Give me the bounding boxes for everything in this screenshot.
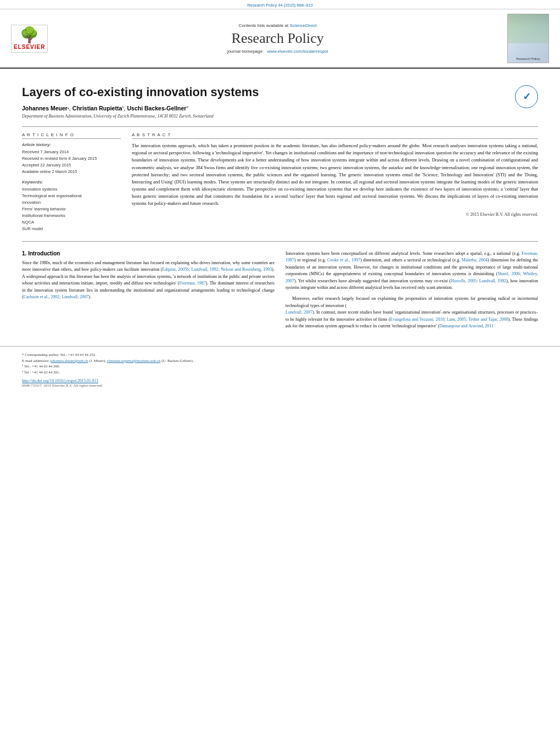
article-info-column: A R T I C L E I N F O Article history: R… xyxy=(22,132,121,232)
journal-reference: Research Policy 44 (2015) 888–910 xyxy=(247,3,313,8)
intro-number: 1. xyxy=(22,250,26,256)
received-revised-date: Received in revised form 8 January 2015 xyxy=(22,155,121,162)
keywords-label: Keywords: xyxy=(22,180,121,185)
intro-right-paragraph-1: Innovation systems have been conceptuali… xyxy=(285,250,538,291)
cover-label: Research Policy xyxy=(516,57,540,60)
email-addresses: E-mail addresses: johannes.meuer@uzh.ch … xyxy=(22,358,538,364)
authors-line: Johannes Meuer*, Christian Rupietta1, Us… xyxy=(22,105,538,111)
intro-right-paragraph-2: Moreover, earlier research largely focus… xyxy=(285,295,538,330)
doi-link[interactable]: http://dx.doi.org/10.1016/j.respol.2015.… xyxy=(22,378,98,383)
author-rupietta: Christian Rupietta xyxy=(72,105,122,111)
accepted-date: Accepted 22 January 2015 xyxy=(22,162,121,169)
article-info-abstract-section: A R T I C L E I N F O Article history: R… xyxy=(22,126,538,232)
article-content: ✓ Layers of co-existing innovation syste… xyxy=(0,69,560,341)
intro-left-column: 1. Introduction Since the 1980s, much of… xyxy=(22,250,275,330)
ref-lundvall2007: Lundvall, 2007 xyxy=(285,310,312,315)
intro-left-paragraph-1: Since the 1980s, much of the economics a… xyxy=(22,260,275,300)
ref-malerba: Malerba, 2004 xyxy=(462,258,488,263)
ref-damanpour: Damanpour and Aravind, 2011 xyxy=(439,323,494,328)
intro-section-title: 1. Introduction xyxy=(22,250,275,256)
homepage-link[interactable]: www.elsevier.com/locate/respol xyxy=(267,49,328,54)
keyword-5: fsQCA xyxy=(22,219,121,226)
section-divider xyxy=(22,241,538,242)
keyword-3: Firms' learning behavior xyxy=(22,206,121,213)
journal-top-bar: Research Policy 44 (2015) 888–910 xyxy=(0,0,560,9)
corresponding-author-note: * Corresponding author. Tel.: +41 44 63 … xyxy=(22,352,538,375)
copyright-line: © 2015 Elsevier B.V. All rights reserved… xyxy=(132,212,538,217)
footer-doi[interactable]: http://dx.doi.org/10.1016/j.respol.2015.… xyxy=(22,378,538,383)
keyword-2: Technological and organisational xyxy=(22,193,121,199)
article-dates: Received 7 January 2014 Received in revi… xyxy=(22,149,121,175)
elsevier-text: ELSEVIER xyxy=(14,44,45,50)
article-info-heading: A R T I C L E I N F O xyxy=(22,132,121,139)
article-title: Layers of co-existing innovation systems xyxy=(22,85,538,99)
corresponding-tel: * Corresponding author. Tel.: +41 44 63 … xyxy=(22,352,538,358)
intro-right-column: Innovation systems have been conceptuali… xyxy=(285,250,538,330)
contents-label: Contents lists available at xyxy=(239,23,289,28)
introduction-section: 1. Introduction Since the 1980s, much of… xyxy=(22,250,538,330)
email2-link[interactable]: christian.rupietta@business.uzh.ch xyxy=(107,359,161,363)
email1-name: (J. Meuer), xyxy=(89,359,106,363)
footnote-1: ¹ Tel.: +41 44 63 44 260. xyxy=(22,364,538,370)
elsevier-logo: 🌳 ELSEVIER xyxy=(11,25,48,53)
page-footer: * Corresponding author. Tel.: +41 44 63 … xyxy=(0,346,560,393)
email1-link[interactable]: johannes.meuer@uzh.ch xyxy=(50,359,88,363)
crossmark-icon: ✓ xyxy=(523,91,531,103)
received-date: Received 7 January 2014 xyxy=(22,149,121,155)
tree-icon: 🌳 xyxy=(20,27,39,43)
footer-issn: 0048-7333/© 2015 Elsevier B.V. All right… xyxy=(22,383,538,388)
cover-thumbnail: Research Policy xyxy=(507,14,549,63)
affiliation-line: Department of Business Administration, U… xyxy=(22,114,538,119)
sup-2: 2 xyxy=(186,105,188,109)
ref-cooke: Cooke et al., 1997 xyxy=(327,258,360,263)
crossmark-badge[interactable]: ✓ xyxy=(515,85,538,108)
contents-line: Contents lists available at ScienceDirec… xyxy=(48,23,507,28)
ref-edquist: Edquist, 2005b; Lundvall, 1992; Nelson a… xyxy=(162,267,272,272)
abstract-heading: A B S T R A C T xyxy=(132,132,538,139)
author-backes-gellner: Uschi Backes-Gellner xyxy=(127,105,186,111)
page-wrapper: Research Policy 44 (2015) 888–910 🌳 ELSE… xyxy=(0,0,560,742)
email2-name: (U. Backes-Gellner). xyxy=(161,359,194,363)
keyword-1: Innovation systems xyxy=(22,186,121,193)
ref-freeman1987: Freeman, 1987 xyxy=(179,281,205,286)
sciencedirect-link[interactable]: ScienceDirect xyxy=(290,23,317,28)
journal-header: 🌳 ELSEVIER Contents lists available at S… xyxy=(0,9,560,69)
history-label: Article history: xyxy=(22,142,121,147)
abstract-column: A B S T R A C T The innovation systems a… xyxy=(132,132,538,232)
keyword-2b: innovation xyxy=(22,199,121,206)
journal-title: Research Policy xyxy=(48,30,507,47)
footnote-2: ² Tel.: +41 44 63 44 281. xyxy=(22,370,538,376)
keyword-6: SUR model xyxy=(22,226,121,232)
ref-evangelista: Evangelista and Vezzani, 2010; Lam, 2005… xyxy=(390,317,508,322)
abstract-text: The innovation systems approach, which h… xyxy=(132,142,538,208)
homepage-prefix: journal homepage: xyxy=(227,49,264,54)
author-meuer: Johannes Meuer xyxy=(22,105,68,111)
available-date: Available online 2 March 2015 xyxy=(22,169,121,175)
keywords-list: Innovation systems Technological and org… xyxy=(22,186,121,232)
email-label: E-mail addresses: xyxy=(22,359,49,363)
journal-homepage: journal homepage: www.elsevier.com/locat… xyxy=(48,49,507,54)
ref-carlsson: Carlsson et al., 2002; Lundvall, 2007 xyxy=(24,294,89,299)
journal-center: Contents lists available at ScienceDirec… xyxy=(48,23,507,54)
keyword-4: Institutional frameworks xyxy=(22,213,121,219)
ref-howells: Howells, 2005; Lundvall, 1992 xyxy=(451,278,506,283)
intro-title: Introduction xyxy=(28,250,60,256)
